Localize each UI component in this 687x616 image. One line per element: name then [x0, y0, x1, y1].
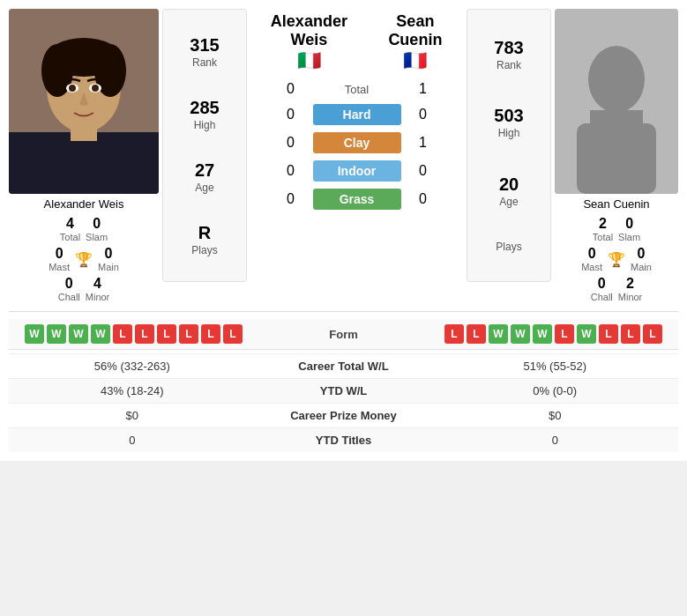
form-badge: L [201, 324, 220, 344]
form-badge: L [444, 324, 464, 344]
grass-right-score: 0 [410, 191, 437, 207]
right-high-block: 503 High [494, 104, 523, 141]
right-high-label: High [494, 127, 523, 141]
grass-left-score: 0 [278, 191, 304, 207]
left-main-stat: 0 Main [98, 246, 119, 272]
ytd-wl-label: YTD W/L [256, 384, 432, 397]
form-badge: L [643, 324, 662, 344]
left-rank-value: 315 [190, 33, 219, 56]
form-badge: L [113, 324, 132, 344]
right-plays-block: Plays [496, 241, 521, 255]
form-badge: L [599, 324, 618, 344]
main-container: Alexander Weis 4 Total 0 Slam 0 Mast 🏆 [0, 0, 687, 461]
left-prize: $0 [9, 409, 256, 422]
left-form-badges: WWWWLLLLLL [16, 324, 291, 344]
form-badge: L [157, 324, 176, 344]
form-badge: L [135, 324, 154, 344]
prize-label: Career Prize Money [256, 409, 432, 422]
form-row: WWWWLLLLLL Form LLWWWLWLLL [9, 319, 678, 350]
right-titles: 0 [432, 434, 679, 447]
hard-row: 0 Hard 0 [278, 104, 437, 125]
right-ytd-wl: 0% (0-0) [432, 384, 679, 397]
left-player-photo: Alexander Weis 4 Total 0 Slam 0 Mast 🏆 [9, 9, 159, 302]
total-row: 0 Total 1 [278, 81, 437, 97]
left-mast-stat: 0 Mast [49, 246, 70, 272]
left-total-stat: 4 Total [60, 216, 80, 242]
right-prize: $0 [432, 409, 679, 422]
left-career-wl: 56% (332-263) [9, 360, 256, 373]
right-slam-stat: 0 Slam [618, 216, 640, 242]
form-badge: W [25, 324, 44, 344]
left-high-label: High [190, 119, 219, 133]
right-total-stat: 2 Total [593, 216, 613, 242]
left-center-stats: 315 Rank 285 High 27 Age R Plays [162, 9, 247, 282]
middle-panel: Alexander Weis 🇮🇹 Sean Cuenin 🇫🇷 0 Total… [250, 9, 463, 213]
left-age-block: 27 Age [195, 159, 214, 196]
form-badge: W [533, 324, 552, 344]
form-badge: W [511, 324, 530, 344]
right-age-label: Age [499, 196, 519, 210]
right-player-photo: Sean Cuenin 2 Total 0 Slam 0 Mast 🏆 [555, 9, 678, 302]
bottom-section: WWWWLLLLLL Form LLWWWLWLLL 56% (332-263)… [9, 311, 678, 452]
right-high-value: 503 [494, 104, 523, 127]
form-badge: L [621, 324, 640, 344]
right-flag: 🇫🇷 [368, 49, 463, 72]
svg-rect-13 [577, 123, 656, 194]
grass-btn: Grass [313, 189, 401, 210]
form-badge: W [577, 324, 596, 344]
right-plays-label: Plays [496, 241, 521, 255]
left-trophy-icon: 🏆 [75, 251, 93, 268]
right-rank-block: 783 Rank [494, 36, 523, 73]
career-wl-label: Career Total W/L [256, 360, 432, 373]
right-form-badges: LLWWWLWLLL [397, 324, 672, 344]
left-flag: 🇮🇹 [250, 49, 368, 72]
indoor-btn: Indoor [313, 160, 401, 182]
left-player-name-top: Alexander Weis [250, 12, 368, 49]
right-age-value: 20 [499, 173, 519, 196]
left-high-block: 285 High [190, 96, 219, 133]
svg-point-12 [588, 46, 645, 113]
svg-point-10 [92, 85, 99, 92]
right-chall-stat: 0 Chall [591, 276, 613, 302]
left-age-label: Age [195, 182, 214, 196]
clay-btn: Clay [313, 132, 401, 153]
svg-rect-1 [9, 132, 159, 194]
hard-right-score: 0 [410, 107, 437, 122]
form-badge: W [489, 324, 508, 344]
right-player-name-top: Sean Cuenin [368, 12, 463, 49]
left-player-name: Alexander Weis [9, 197, 159, 211]
left-plays-value: R [191, 221, 217, 244]
left-rank-block: 315 Rank [190, 33, 219, 71]
total-left-score: 0 [278, 81, 304, 97]
left-chall-stat: 0 Chall [58, 276, 80, 302]
form-label: Form [291, 328, 397, 341]
left-high-value: 285 [190, 96, 219, 119]
left-plays-block: R Plays [191, 221, 217, 258]
hard-btn: Hard [313, 104, 401, 125]
form-badge: W [47, 324, 66, 344]
total-label: Total [313, 83, 401, 96]
right-minor-stat: 2 Minor [618, 276, 643, 302]
right-center-stats: 783 Rank 503 High 20 Age Plays [467, 9, 551, 282]
titles-label: YTD Titles [256, 434, 432, 447]
form-badge: L [223, 324, 243, 344]
prize-row: $0 Career Prize Money $0 [9, 403, 678, 427]
form-badge: L [179, 324, 198, 344]
svg-point-9 [69, 85, 76, 92]
right-mast-stat: 0 Mast [581, 246, 602, 272]
left-plays-label: Plays [191, 244, 217, 258]
right-rank-label: Rank [494, 59, 523, 73]
left-slam-stat: 0 Slam [86, 216, 108, 242]
career-wl-row: 56% (332-263) Career Total W/L 51% (55-5… [9, 353, 678, 378]
right-career-wl: 51% (55-52) [432, 360, 679, 373]
ytd-wl-row: 43% (18-24) YTD W/L 0% (0-0) [9, 378, 678, 403]
titles-row: 0 YTD Titles 0 [9, 427, 678, 452]
form-badge: W [69, 324, 88, 344]
clay-row: 0 Clay 1 [278, 132, 437, 153]
left-minor-stat: 4 Minor [86, 276, 110, 302]
indoor-left-score: 0 [278, 163, 304, 179]
svg-rect-14 [590, 110, 643, 132]
form-badge: L [555, 324, 574, 344]
right-player-name-bottom: Sean Cuenin [555, 197, 678, 211]
right-main-stat: 0 Main [631, 246, 652, 272]
